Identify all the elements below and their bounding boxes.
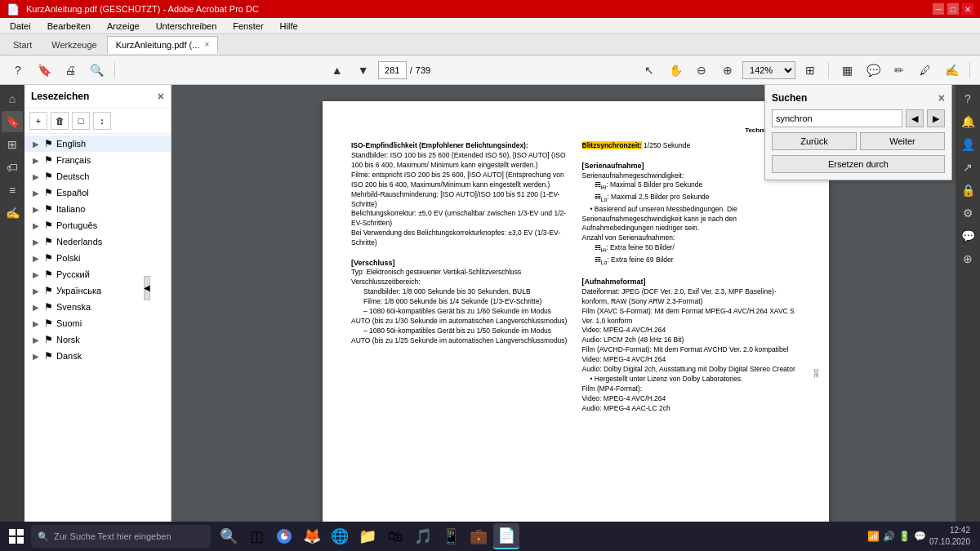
sidebar-layers-icon[interactable]: ≡ — [2, 180, 23, 201]
bookmark-item-espanol[interactable]: ▶ ⚑ Español — [24, 184, 171, 201]
bookmark-item-francais[interactable]: ▶ ⚑ Français — [24, 152, 171, 168]
comment-tool[interactable]: 💬 — [862, 59, 884, 82]
nav-next-button[interactable]: ▼ — [352, 59, 375, 82]
toolbar-search-button[interactable]: 🔍 — [85, 59, 108, 82]
tab-start[interactable]: Start — [3, 37, 42, 53]
taskbar-files[interactable]: 📁 — [354, 523, 381, 549]
search-input[interactable] — [772, 109, 902, 127]
svg-rect-3 — [17, 537, 24, 544]
volume-icon[interactable]: 🔊 — [883, 531, 895, 542]
bookmark-item-italiano[interactable]: ▶ ⚑ Italiano — [24, 201, 171, 217]
minimize-button[interactable]: ─ — [933, 3, 944, 15]
taskbar-search-app[interactable]: 🔍 — [216, 523, 242, 549]
hand-tool[interactable]: ✋ — [664, 59, 687, 82]
bookmark-item-dansk[interactable]: ▶ ⚑ Dansk — [24, 348, 171, 364]
taskbar-spotify[interactable]: 🎵 — [410, 523, 436, 549]
notification-icon[interactable]: 💬 — [914, 531, 926, 542]
title-bar-left: 📄 KurzAnleitung.pdf (GESCHÜTZT) - Adobe … — [7, 3, 259, 16]
taskbar-task-view[interactable]: ◫ — [243, 523, 270, 549]
network-icon[interactable]: 📶 — [867, 531, 880, 542]
bookmark-item-norsk[interactable]: ▶ ⚑ Norsk — [24, 331, 171, 348]
toolbar-bookmark-button[interactable]: 🔖 — [33, 59, 56, 82]
search-forward-button[interactable]: Weiter — [860, 132, 945, 150]
blitz-title: Blitzsynchronzeit: — [582, 141, 642, 149]
form-tool[interactable]: ▦ — [835, 59, 858, 82]
right-sidebar-notif-icon[interactable]: 🔔 — [957, 111, 978, 132]
search-prev-button[interactable]: ◀ — [906, 109, 924, 127]
search-back-button[interactable]: Zurück — [772, 132, 857, 150]
taskbar-phone[interactable]: 📱 — [438, 523, 464, 549]
expand-icon: ▶ — [31, 302, 41, 312]
menu-fenster[interactable]: Fenster — [229, 20, 266, 33]
taskbar-clock[interactable]: 12:42 07.10.2020 — [929, 525, 970, 548]
bookmark-item-suomi[interactable]: ▶ ⚑ Suomi — [24, 315, 171, 331]
zoom-select[interactable]: 142% — [742, 61, 795, 79]
total-pages: 739 — [416, 65, 430, 75]
bookmark-item-english[interactable]: ▶ ⚑ English — [24, 136, 171, 152]
taskbar-firefox[interactable]: 🦊 — [299, 523, 325, 549]
menu-hilfe[interactable]: Hilfe — [277, 20, 301, 33]
start-button[interactable] — [3, 523, 29, 549]
bookmark-item-polski[interactable]: ▶ ⚑ Polski — [24, 250, 171, 266]
menu-anzeige[interactable]: Anzeige — [104, 20, 143, 33]
right-sidebar-share2-icon[interactable]: ⊕ — [957, 248, 978, 269]
maximize-button[interactable]: □ — [947, 3, 959, 15]
fit-page-button[interactable]: ⊞ — [799, 59, 822, 82]
panel-delete-btn[interactable]: 🗑 — [51, 112, 69, 130]
bookmark-item-deutsch[interactable]: ▶ ⚑ Deutsch — [24, 168, 171, 184]
right-sidebar-share-icon[interactable]: ↗ — [957, 157, 978, 178]
search-replace-button[interactable]: Ersetzen durch — [772, 155, 945, 173]
close-button[interactable]: ✕ — [962, 3, 973, 15]
menu-bearbeiten[interactable]: Bearbeiten — [44, 20, 94, 33]
bookmark-item-portugues[interactable]: ▶ ⚑ Português — [24, 217, 171, 233]
svg-rect-0 — [9, 529, 16, 535]
cursor-tool[interactable]: ↖ — [638, 59, 661, 82]
right-sidebar-help-icon[interactable]: ? — [957, 88, 978, 109]
search-buttons-row: Zurück Weiter — [772, 132, 945, 150]
zoom-in-tool[interactable]: ⊕ — [716, 59, 739, 82]
panel-expand-btn[interactable]: + — [29, 112, 47, 130]
bookmark-item-svenska[interactable]: ▶ ⚑ Svenska — [24, 299, 171, 315]
sidebar-home-icon[interactable]: ⌂ — [2, 88, 23, 109]
menu-datei[interactable]: Datei — [7, 20, 34, 33]
taskbar-search[interactable]: 🔍 Zur Suche Text hier eingeben — [31, 525, 211, 548]
right-sidebar-lock-icon[interactable]: 🔒 — [957, 180, 978, 201]
menu-unterschreiben[interactable]: Unterschreiben — [153, 20, 220, 33]
toolbar-help-button[interactable]: ? — [7, 59, 29, 82]
expand-icon: ▶ — [31, 253, 41, 263]
sign-tool[interactable]: ✍ — [940, 59, 963, 82]
taskbar-teams[interactable]: 💼 — [466, 523, 492, 549]
search-next-button[interactable]: ▶ — [927, 109, 945, 127]
panel-close-button[interactable]: × — [158, 90, 164, 103]
tab-document[interactable]: KurzAnleitung.pdf (... × — [107, 36, 219, 54]
sidebar-tags-icon[interactable]: 🏷 — [2, 157, 23, 178]
taskbar-store[interactable]: 🛍 — [382, 523, 408, 549]
panel-move-btn[interactable]: ↕ — [93, 112, 111, 130]
sidebar-bookmarks-icon[interactable]: 🔖 — [2, 111, 23, 132]
taskbar-edge[interactable]: 🌐 — [327, 523, 353, 549]
flag-icon: ⚑ — [44, 203, 53, 215]
toolbar-print-button[interactable]: 🖨 — [59, 59, 82, 82]
highlight-tool[interactable]: 🖊 — [914, 59, 937, 82]
zoom-out-tool[interactable]: ⊖ — [690, 59, 713, 82]
bookmark-item-nederlands[interactable]: ▶ ⚑ Nederlands — [24, 233, 171, 250]
taskbar-chrome[interactable] — [271, 523, 297, 549]
flag-icon: ⚑ — [44, 252, 53, 264]
pen-tool[interactable]: ✏ — [888, 59, 911, 82]
page-number-input[interactable]: 281 — [378, 61, 407, 79]
flag-icon: ⚑ — [44, 301, 53, 313]
sidebar-pages-icon[interactable]: ⊞ — [2, 134, 23, 155]
tab-werkzeuge[interactable]: Werkzeuge — [42, 37, 106, 53]
nav-prev-button[interactable]: ▲ — [326, 59, 349, 82]
right-sidebar-tools-icon[interactable]: ⚙ — [957, 202, 978, 224]
battery-icon[interactable]: 🔋 — [898, 531, 911, 542]
tab-close-button[interactable]: × — [204, 40, 209, 49]
sidebar-signature-icon[interactable]: ✍ — [2, 202, 23, 224]
pdf-area[interactable]: Technische Daten ISO-Empfindlichkeit (Em… — [172, 85, 980, 522]
panel-collapse-handle[interactable]: ◀ — [144, 276, 150, 300]
taskbar-acrobat[interactable]: 📄 — [493, 523, 519, 549]
panel-new-btn[interactable]: □ — [72, 112, 90, 130]
search-close-button[interactable]: × — [938, 91, 945, 104]
right-sidebar-profile-icon[interactable]: 👤 — [957, 134, 978, 155]
right-sidebar-comment-icon[interactable]: 💬 — [957, 225, 978, 247]
